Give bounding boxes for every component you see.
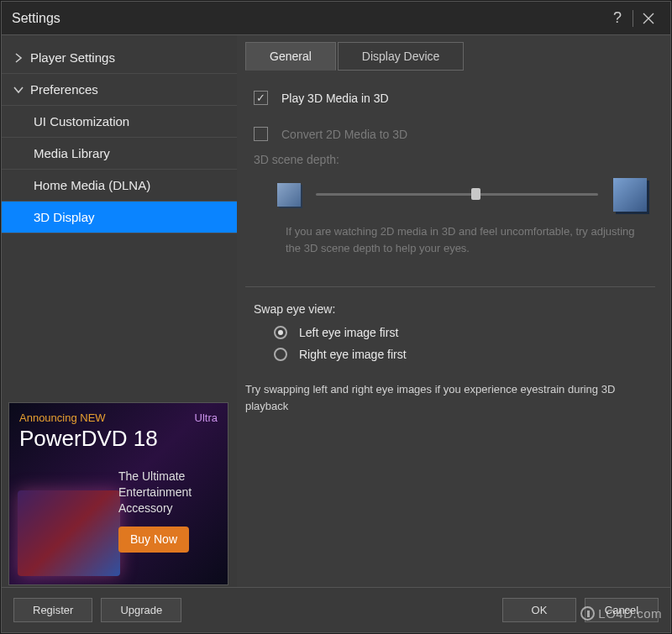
slider-track [316,193,598,196]
ad-preheader: Announcing NEW [19,411,106,424]
tab-general[interactable]: General [245,42,336,71]
depth-slider[interactable] [316,192,598,197]
cube-large-icon [613,178,647,212]
ok-button[interactable]: OK [502,598,576,622]
ad-right-col: The Ultimate Entertainment Accessory Buy… [118,469,218,553]
cancel-button[interactable]: Cancel [585,598,659,622]
nav-section-preferences[interactable]: Preferences [2,74,237,106]
option-convert-2d: Convert 2D Media to 3D [254,127,655,141]
ad-edition: Ultra [195,411,218,424]
sidebar: Player Settings Preferences UI Customiza… [2,35,237,587]
close-icon [643,13,654,24]
label-3d-scene-depth: 3D scene depth: [254,153,655,166]
depth-slider-row [277,178,647,212]
content-row: Player Settings Preferences UI Customiza… [2,35,670,587]
nav-item-media-library[interactable]: Media Library [2,138,237,170]
nav-item-3d-display[interactable]: 3D Display [2,202,237,233]
ad-title: PowerDVD 18 [19,426,218,452]
label-convert-2d: Convert 2D Media to 3D [281,128,407,141]
bottom-bar: Register Upgrade OK Cancel [2,587,670,632]
chevron-right-icon [13,53,24,63]
slider-thumb[interactable] [471,188,480,200]
ad-banner[interactable]: Announcing NEW Ultra PowerDVD 18 The Ult… [8,402,228,585]
window-title: Settings [12,11,606,26]
nav-section-player-settings[interactable]: Player Settings [2,42,237,74]
label-left-eye-first: Left eye image first [299,326,398,339]
radio-row-left-eye: Left eye image first [274,326,655,339]
option-play-3d: Play 3D Media in 3D [254,91,655,105]
nav-section-label: Preferences [30,82,98,97]
help-icon: ? [613,9,622,27]
tab-display-device[interactable]: Display Device [338,42,465,71]
label-play-3d: Play 3D Media in 3D [281,92,389,105]
radio-right-eye-first[interactable] [274,348,287,361]
register-button[interactable]: Register [13,598,92,622]
radio-row-right-eye: Right eye image first [274,348,655,361]
cube-small-icon [277,183,301,207]
checkbox-convert-2d[interactable] [254,127,268,141]
titlebar-divider [633,10,633,27]
nav-item-home-media[interactable]: Home Media (DLNA) [2,170,237,202]
divider [245,286,655,287]
depth-hint: If you are watching 2D media in 3D and f… [286,223,647,256]
close-button[interactable] [637,7,660,30]
nav-section-label: Player Settings [30,50,115,65]
settings-window: Settings ? Player Settings Preferences U… [1,1,671,633]
upgrade-button[interactable]: Upgrade [101,598,181,622]
ad-buy-button[interactable]: Buy Now [118,527,189,553]
swap-hint: Try swapping left and right eye images i… [245,381,647,414]
sidebar-spacer [2,233,237,396]
ad-media-image [18,490,120,576]
help-button[interactable]: ? [606,7,629,30]
nav-item-ui-customization[interactable]: UI Customization [2,106,237,138]
label-right-eye-first: Right eye image first [299,348,407,361]
radio-left-eye-first[interactable] [274,326,287,339]
tab-bar: General Display Device [245,42,655,71]
label-swap-eye-view: Swap eye view: [254,302,655,316]
checkbox-play-3d[interactable] [254,91,268,105]
ad-tagline: The Ultimate Entertainment Accessory [118,469,218,516]
ad-preheader-row: Announcing NEW Ultra [19,411,218,424]
main-panel: General Display Device Play 3D Media in … [237,35,670,587]
titlebar: Settings ? [2,2,670,35]
chevron-down-icon [13,85,24,95]
depth-block: 3D scene depth: If you are watching 2D m… [254,153,655,271]
